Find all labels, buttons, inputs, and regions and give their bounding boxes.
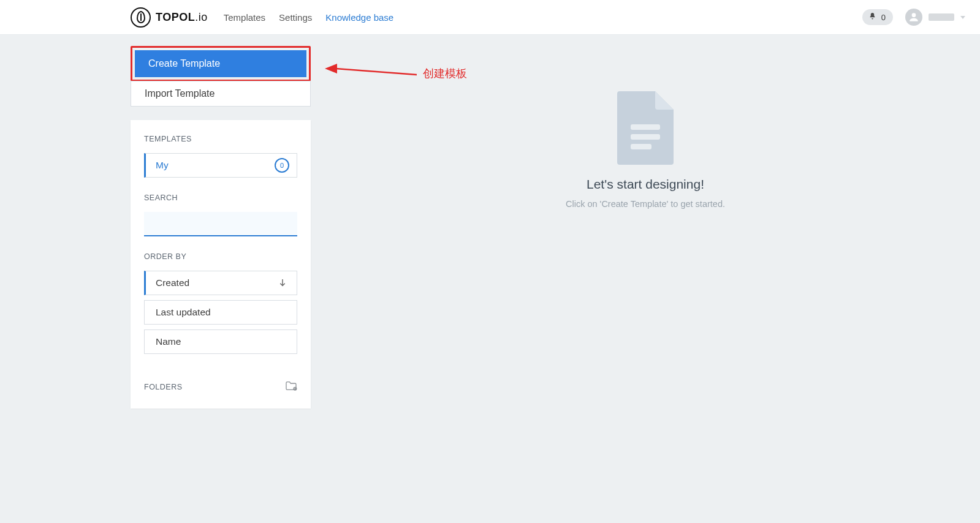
empty-state-subtitle: Click on 'Create Template' to get starte… <box>566 199 725 209</box>
chevron-down-icon <box>960 16 965 19</box>
svg-rect-3 <box>631 144 651 149</box>
notifications-count: 0 <box>881 13 886 22</box>
left-column: Create Template Import Template TEMPLATE… <box>131 46 311 408</box>
notifications-button[interactable]: 0 <box>862 9 893 25</box>
avatar-icon <box>905 9 922 26</box>
section-orderby-label: ORDER BY <box>144 252 297 261</box>
bell-icon <box>868 12 876 23</box>
main: Create Template Import Template TEMPLATE… <box>0 35 980 408</box>
nav-knowledge-base[interactable]: Knowledge base <box>325 12 393 23</box>
svg-rect-1 <box>631 124 660 130</box>
section-templates-label: TEMPLATES <box>144 135 297 143</box>
sort-descending-icon <box>277 277 288 288</box>
empty-document-icon <box>617 91 674 165</box>
create-template-button[interactable]: Create Template <box>135 50 306 77</box>
template-action-buttons: Create Template Import Template <box>131 46 311 107</box>
orderby-name[interactable]: Name <box>144 329 297 354</box>
filter-my-label: My <box>156 160 169 171</box>
nav-templates[interactable]: Templates <box>224 12 265 23</box>
username <box>929 13 954 21</box>
annotation-highlight-box: Create Template <box>131 46 311 81</box>
filter-my-templates[interactable]: My 0 <box>144 153 297 178</box>
brand-mark-icon <box>131 7 151 28</box>
user-menu[interactable] <box>905 9 965 26</box>
orderby-created-label: Created <box>156 277 189 288</box>
topbar-right: 0 <box>862 9 965 26</box>
orderby-last-updated[interactable]: Last updated <box>144 300 297 325</box>
filter-my-count: 0 <box>275 158 289 173</box>
search-input[interactable] <box>144 212 297 236</box>
section-search-label: SEARCH <box>144 194 297 202</box>
svg-rect-2 <box>631 134 660 140</box>
section-folders-label: FOLDERS <box>144 383 183 391</box>
brand-logo[interactable]: TOPOL.io <box>131 7 208 28</box>
orderby-created[interactable]: Created <box>144 271 297 295</box>
content-area: Let's start designing! Click on 'Create … <box>311 46 980 209</box>
orderby-name-label: Name <box>156 336 181 347</box>
topbar: TOPOL.io Templates Settings Knowledge ba… <box>0 0 980 35</box>
sidebar-panel: TEMPLATES My 0 SEARCH ORDER BY Created L… <box>131 120 311 408</box>
add-folder-icon[interactable] <box>285 381 297 393</box>
import-template-button[interactable]: Import Template <box>131 81 311 107</box>
main-nav: Templates Settings Knowledge base <box>224 12 394 23</box>
nav-settings[interactable]: Settings <box>279 12 312 23</box>
empty-state-title: Let's start designing! <box>587 177 704 192</box>
orderby-last-updated-label: Last updated <box>156 307 211 318</box>
brand-suffix: .io <box>195 11 208 23</box>
brand-name: TOPOL <box>156 11 195 23</box>
